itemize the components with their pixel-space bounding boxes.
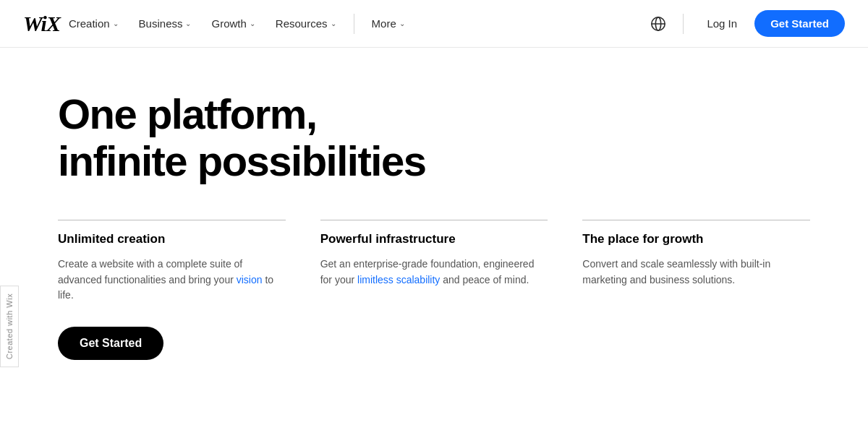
main-content: One platform, infinite possibilities Unl… [0,48,868,360]
nav-growth-label: Growth [211,17,246,30]
feature-desc-infrastructure: Get an enterprise-grade foundation, engi… [320,257,548,288]
feature-title-growth: The place for growth [582,232,810,246]
nav-item-creation[interactable]: Creation ⌄ [60,12,127,35]
nav-item-more[interactable]: More ⌄ [363,12,414,35]
get-started-main-button[interactable]: Get Started [58,327,163,360]
feature-title-creation: Unlimited creation [58,232,286,246]
feature-card-growth: The place for growth Convert and scale s… [582,220,810,360]
nav-item-growth[interactable]: Growth ⌄ [203,12,263,35]
globe-icon[interactable] [648,14,668,34]
nav-more-label: More [372,17,396,30]
chevron-down-icon: ⌄ [399,20,405,27]
nav-creation-label: Creation [69,17,110,30]
navbar: WiX Creation ⌄ Business ⌄ Growth ⌄ Resou… [0,0,868,48]
nav-item-resources[interactable]: Resources ⌄ [267,12,345,35]
feature-desc-creation: Create a website with a complete suite o… [58,257,286,304]
hero-title-line2: infinite possibilities [58,137,425,184]
feature-card-infrastructure: Powerful infrastructure Get an enterpris… [320,220,548,360]
hero-title-line1: One platform, [58,90,317,137]
hero-title: One platform, infinite possibilities [58,91,810,185]
nav-links: Creation ⌄ Business ⌄ Growth ⌄ Resources… [60,12,649,35]
feature-title-infrastructure: Powerful infrastructure [320,232,548,246]
wix-logo[interactable]: WiX [23,12,60,36]
nav-divider-right [683,14,684,34]
nav-item-business[interactable]: Business ⌄ [130,12,200,35]
nav-business-label: Business [139,17,183,30]
feature-highlight-limitless: limitless scalability [357,274,440,286]
created-with-wix-label: Created with Wix [0,286,19,367]
chevron-down-icon: ⌄ [250,20,255,27]
get-started-nav-button[interactable]: Get Started [754,10,845,37]
nav-divider [354,14,354,34]
nav-right: Log In Get Started [648,10,845,37]
feature-highlight-vision: vision [237,274,263,286]
chevron-down-icon: ⌄ [113,20,119,27]
feature-desc-growth: Convert and scale seamlessly with built-… [582,257,810,288]
nav-resources-label: Resources [276,17,328,30]
login-link[interactable]: Log In [698,12,746,35]
feature-card-creation: Unlimited creation Create a website with… [58,220,286,360]
features-grid: Unlimited creation Create a website with… [58,220,810,360]
chevron-down-icon: ⌄ [331,20,336,27]
chevron-down-icon: ⌄ [185,20,191,27]
